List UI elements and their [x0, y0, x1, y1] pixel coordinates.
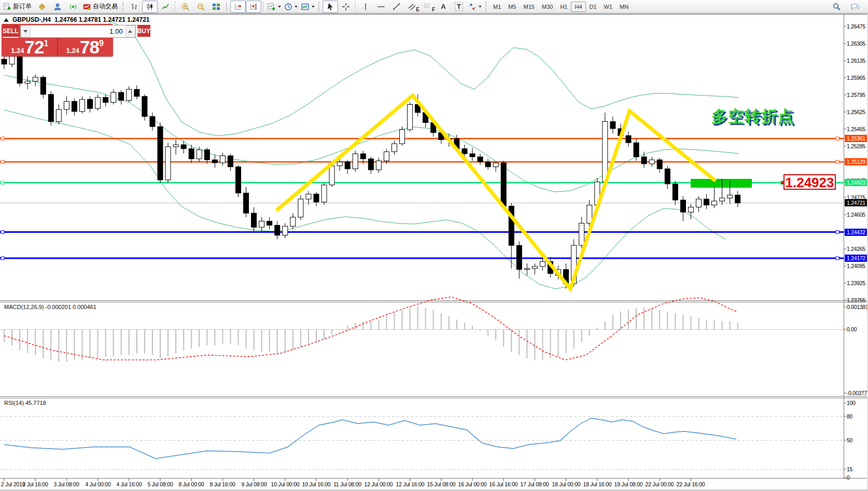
hline-price-label[interactable]: 1.24172 [845, 255, 868, 262]
timeframe-m1-button[interactable]: M1 [489, 2, 505, 12]
channel-glyph: E [416, 7, 419, 12]
search-button[interactable] [829, 1, 844, 13]
time-tick: 22 Jul 16:00 [677, 481, 705, 487]
crosshair-tool-button[interactable] [338, 1, 354, 13]
price-tick: 1.26305 [847, 40, 868, 47]
volume-increase-button[interactable] [125, 25, 135, 37]
text-tool-button[interactable]: A [436, 1, 451, 13]
volume-input[interactable] [31, 25, 125, 37]
support-zone-rectangle[interactable] [691, 179, 752, 188]
time-tick: 4 Jul 16:00 [116, 481, 142, 487]
fibonacci-tool-button[interactable]: F [420, 1, 436, 13]
text-tool-glyph: A [441, 3, 445, 10]
indicators-button[interactable] [265, 1, 283, 13]
horizontal-line-tool-button[interactable] [373, 1, 389, 13]
price-callout-label[interactable]: 1.24923 [783, 174, 836, 190]
indicator-levels [0, 330, 844, 470]
chart-symbol-period: GBPUSD-,H4 [12, 16, 51, 23]
pane-frame [0, 15, 868, 479]
macd-label: MACD(12,26,9) -0.000201 0.000461 [4, 304, 96, 310]
timeframe-h1-button[interactable]: H1 [556, 2, 571, 12]
equidistant-channel-icon [408, 3, 416, 11]
bar-chart-mode-button[interactable] [127, 1, 142, 13]
toolbar-grip [226, 2, 228, 11]
hline-price-label[interactable]: 1.24432 [845, 229, 868, 236]
bull-bear-turning-point-annotation[interactable]: 多空转折点 [711, 106, 794, 128]
price-tick: 1.25285 [847, 143, 868, 150]
timeframe-m30-button[interactable]: M30 [538, 2, 556, 12]
buy-price-pip: 9 [99, 39, 104, 48]
chat-button[interactable] [847, 1, 863, 13]
new-order-button[interactable]: 新订单 [1, 1, 34, 13]
autotrading-icon [82, 3, 91, 11]
rsi-tick: 100 [847, 400, 868, 406]
zoom-in-button[interactable] [177, 1, 193, 13]
trendline-tool-button[interactable] [389, 1, 404, 13]
tile-windows-button[interactable] [208, 1, 224, 13]
chart-ohlc-quotes: 1.24766 1.24781 1.24721 1.24721 [54, 16, 150, 23]
price-tick: 1.25795 [847, 92, 868, 99]
price-tick: 1.24605 [847, 212, 868, 218]
timeframe-h4-button[interactable]: H4 [571, 2, 585, 12]
horizontal-line-objects[interactable] [0, 137, 844, 260]
profiles-icon [53, 3, 62, 11]
signals-icon [69, 3, 77, 11]
hline-price-label[interactable]: 1.25129 [845, 158, 868, 165]
timeframe-d1-button[interactable]: D1 [586, 2, 600, 12]
sell-button[interactable]: SELL [3, 25, 19, 38]
price-tick: 1.24095 [847, 263, 868, 270]
collapse-quotes-icon[interactable] [4, 18, 9, 22]
zoom-out-icon [197, 3, 205, 11]
timeframe-w1-button[interactable]: W1 [600, 2, 617, 12]
timeframe-m15-button[interactable]: M15 [520, 2, 538, 12]
arrows-tool-button[interactable] [467, 1, 483, 13]
dropdown-caret-icon [278, 6, 281, 8]
autotrading-button[interactable]: 自动交易 [81, 1, 120, 13]
templates-button[interactable] [299, 1, 316, 13]
candlestick-mode-button[interactable] [142, 1, 158, 13]
time-tick: 2 Jul 16:00 [22, 481, 48, 487]
sell-price[interactable]: 1.24721 [3, 38, 58, 56]
vertical-line-tool-button[interactable] [358, 1, 373, 13]
timeframe-mn-button[interactable]: MN [616, 2, 632, 12]
macd-signal-line [4, 297, 736, 360]
chart-shift-icon [249, 3, 258, 11]
autotrading-label: 自动交易 [93, 2, 119, 11]
profiles-button[interactable] [50, 1, 65, 13]
zigzag-trendline[interactable] [276, 95, 716, 289]
fibonacci-icon [424, 3, 432, 11]
time-tick: 16 Jul 00:00 [458, 481, 487, 487]
auto-scroll-button[interactable] [230, 1, 246, 13]
volume-decrease-button[interactable] [21, 25, 31, 37]
rsi-tick: 0 [847, 474, 868, 481]
signals-button[interactable] [65, 1, 81, 13]
time-tick: 8 Jul 00:00 [178, 481, 204, 487]
price-tick: 1.25455 [847, 126, 868, 133]
toolbar-grip [122, 2, 124, 11]
hline-price-label[interactable]: 1.25361 [845, 135, 868, 142]
cursor-icon [326, 3, 334, 11]
cursor-tool-button[interactable] [323, 1, 338, 13]
equidistant-channel-tool-button[interactable]: E [404, 1, 420, 13]
timeframe-m5-button[interactable]: M5 [505, 2, 520, 12]
rsi-tick: 50 [847, 437, 868, 444]
text-label-tool-button[interactable]: T [451, 1, 467, 13]
hline-price-label[interactable]: 1.24923 [845, 179, 868, 186]
time-tick: 18 Jul 00:00 [552, 481, 581, 487]
sell-price-main: 72 [24, 38, 44, 56]
new-order-label: 新订单 [13, 2, 33, 11]
caret-up-icon [128, 30, 132, 33]
crosshair-icon [342, 3, 350, 11]
zoom-out-button[interactable] [193, 1, 208, 13]
line-chart-mode-button[interactable] [158, 1, 173, 13]
periods-button[interactable] [283, 1, 299, 13]
price-tick: 1.26135 [847, 58, 868, 64]
buy-button[interactable]: BUY [137, 25, 150, 38]
buy-price[interactable]: 1.24789 [58, 38, 113, 56]
chart-shift-button[interactable] [246, 1, 261, 13]
rsi-line [4, 418, 736, 459]
price-tick: 1.24265 [847, 246, 868, 252]
new-chart-button[interactable] [34, 1, 50, 13]
time-tick: 18 Jul 16:00 [583, 481, 612, 487]
horizontal-line-icon [377, 3, 385, 11]
